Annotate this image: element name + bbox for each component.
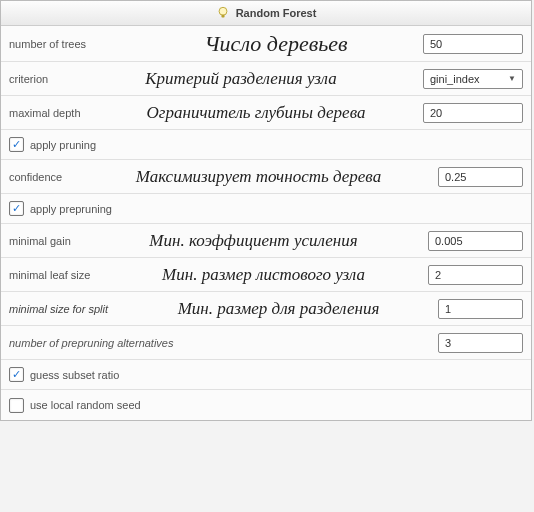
annotation-maximal-depth: Ограничитель глубины дерева	[95, 104, 417, 122]
row-maximal-depth: maximal depth Ограничитель глубины дерев…	[1, 96, 531, 130]
panel-title: Random Forest	[236, 7, 317, 19]
annotation-minimal-leaf-size: Мин. размер листового узла	[105, 266, 422, 284]
row-minimal-leaf-size: minimal leaf size Мин. размер листового …	[1, 258, 531, 292]
row-criterion: criterion Критерий разделения узла gini_…	[1, 62, 531, 96]
label-maximal-depth: maximal depth	[9, 107, 89, 119]
value-criterion: gini_index	[430, 73, 480, 85]
label-number-of-trees: number of trees	[9, 38, 129, 50]
row-minimal-gain: minimal gain Мин. коэффициент усиления 0…	[1, 224, 531, 258]
select-criterion[interactable]: gini_index ▼	[423, 69, 523, 89]
label-use-local-random-seed: use local random seed	[30, 399, 141, 411]
row-guess-subset-ratio: guess subset ratio	[1, 360, 531, 390]
input-minimal-size-for-split[interactable]: 1	[438, 299, 523, 319]
label-minimal-gain: minimal gain	[9, 235, 79, 247]
row-confidence: confidence Максимизирует точность дерева…	[1, 160, 531, 194]
row-use-local-random-seed: use local random seed	[1, 390, 531, 420]
checkbox-guess-subset-ratio[interactable]: guess subset ratio	[9, 367, 119, 382]
input-maximal-depth[interactable]: 20	[423, 103, 523, 123]
panel-title-bar: Random Forest	[1, 0, 531, 26]
label-confidence: confidence	[9, 171, 79, 183]
row-apply-pruning: apply pruning	[1, 130, 531, 160]
checkbox-apply-prepruning[interactable]: apply prepruning	[9, 201, 112, 216]
checkbox-use-local-random-seed[interactable]: use local random seed	[9, 398, 141, 413]
svg-point-0	[219, 7, 227, 15]
annotation-minimal-size-for-split: Мин. размер для разделения	[125, 300, 432, 318]
value-number-of-trees: 50	[430, 38, 442, 50]
value-minimal-gain: 0.005	[435, 235, 463, 247]
check-icon	[9, 137, 24, 152]
row-prepruning-alternatives: number of prepruning alternatives 3	[1, 326, 531, 360]
row-number-of-trees: number of trees Число деревьев 50	[1, 26, 531, 62]
checkbox-apply-pruning[interactable]: apply pruning	[9, 137, 96, 152]
annotation-number-of-trees: Число деревьев	[135, 32, 417, 55]
check-icon	[9, 201, 24, 216]
input-minimal-leaf-size[interactable]: 2	[428, 265, 523, 285]
row-apply-prepruning: apply prepruning	[1, 194, 531, 224]
value-maximal-depth: 20	[430, 107, 442, 119]
lightbulb-icon	[216, 6, 230, 20]
input-confidence[interactable]: 0.25	[438, 167, 523, 187]
svg-rect-1	[221, 15, 224, 18]
label-guess-subset-ratio: guess subset ratio	[30, 369, 119, 381]
annotation-confidence: Максимизирует точность дерева	[85, 168, 432, 186]
input-prepruning-alternatives[interactable]: 3	[438, 333, 523, 353]
label-minimal-size-for-split: minimal size for split	[9, 303, 119, 315]
label-prepruning-alternatives: number of prepruning alternatives	[9, 337, 173, 349]
label-apply-pruning: apply pruning	[30, 139, 96, 151]
value-confidence: 0.25	[445, 171, 466, 183]
label-minimal-leaf-size: minimal leaf size	[9, 269, 99, 281]
annotation-minimal-gain: Мин. коэффициент усиления	[85, 232, 422, 250]
value-minimal-leaf-size: 2	[435, 269, 441, 281]
label-criterion: criterion	[9, 73, 59, 85]
value-prepruning-alternatives: 3	[445, 337, 451, 349]
input-number-of-trees[interactable]: 50	[423, 34, 523, 54]
input-minimal-gain[interactable]: 0.005	[428, 231, 523, 251]
value-minimal-size-for-split: 1	[445, 303, 451, 315]
label-apply-prepruning: apply prepruning	[30, 203, 112, 215]
check-icon	[9, 398, 24, 413]
parameters-panel: Random Forest number of trees Число дере…	[0, 0, 532, 421]
check-icon	[9, 367, 24, 382]
row-minimal-size-for-split: minimal size for split Мин. размер для р…	[1, 292, 531, 326]
annotation-criterion: Критерий разделения узла	[65, 70, 417, 88]
chevron-down-icon: ▼	[504, 74, 520, 83]
